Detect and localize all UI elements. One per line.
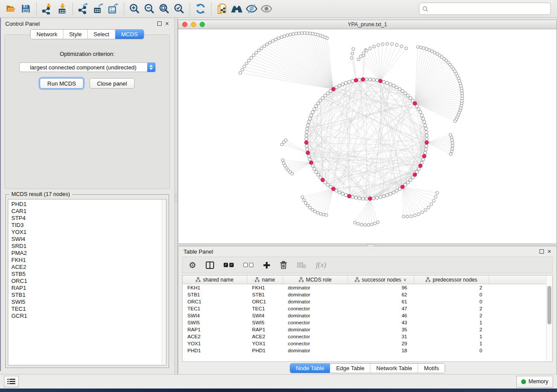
table-cell: SWI5 (183, 320, 247, 325)
save-session-button[interactable] (18, 2, 33, 16)
float-panel-button[interactable] (157, 21, 162, 26)
column-type-icon (196, 277, 201, 282)
mcds-result-item[interactable]: ACE2 (11, 264, 166, 271)
table-settings-button[interactable]: ⚙ (189, 261, 196, 269)
tab-style[interactable]: Style (63, 30, 87, 39)
mcds-result-list[interactable]: PHD1CAR1STP4TID3YOX1SWI4SRD1PMA2FKH1ACE2… (8, 199, 166, 365)
scrollbar-thumb[interactable] (547, 286, 551, 324)
import-table-icon (56, 3, 68, 14)
table-row[interactable]: SWI5SWI5connector431 (183, 319, 552, 326)
table-tabs: Node TableEdge TableNetwork TableMotifs (290, 363, 445, 373)
refresh-layout-button[interactable] (193, 2, 208, 16)
add-column-button[interactable] (263, 261, 270, 269)
maximize-window-icon[interactable] (200, 22, 205, 27)
tab-network[interactable]: Network (31, 30, 63, 39)
splitter-grip[interactable] (175, 195, 177, 202)
tab-edge-table[interactable]: Edge Table (330, 364, 370, 373)
table-row[interactable]: FKH1FKH1dominator962 (183, 284, 552, 291)
minimize-window-icon[interactable] (191, 22, 196, 27)
search-box[interactable] (419, 3, 551, 15)
horizontal-splitter[interactable] (178, 244, 557, 246)
column-header-successor-nodes[interactable]: successor nodes∨ (348, 275, 414, 284)
mcds-result-item[interactable]: TID3 (11, 222, 166, 229)
toggle-columns-button[interactable] (206, 261, 214, 269)
zoom-fit-button[interactable] (157, 2, 172, 16)
mcds-result-item[interactable]: SWI4 (11, 236, 166, 243)
splitter-grip[interactable] (367, 244, 374, 246)
mcds-result-item[interactable]: STP4 (11, 215, 166, 222)
table-cell: 1 (414, 320, 489, 325)
memory-button[interactable]: Memory (516, 376, 553, 388)
import-network-button[interactable] (40, 2, 55, 16)
float-table-panel-button[interactable] (540, 249, 544, 254)
zoom-out-button[interactable] (142, 2, 157, 16)
column-header-shared-name[interactable]: shared name (183, 275, 247, 284)
table-row[interactable]: STB1STB1dominator620 (183, 291, 552, 298)
import-table-button[interactable] (55, 2, 69, 16)
deselect-all-button[interactable] (243, 263, 253, 267)
first-neighbors-button[interactable] (229, 2, 244, 16)
close-table-panel-button[interactable]: ✕ (547, 249, 551, 254)
close-panel-button-2[interactable]: Close panel (90, 78, 135, 89)
task-history-button[interactable] (4, 376, 19, 387)
table-row[interactable]: TEC1TEC1connector472 (183, 305, 552, 312)
table-cell: ORC1 (183, 299, 247, 304)
tab-network-table[interactable]: Network Table (370, 364, 418, 373)
mcds-result-item[interactable]: RAP1 (11, 285, 166, 292)
export-network-icon (78, 3, 89, 14)
export-image-button[interactable] (106, 2, 121, 16)
table-row[interactable]: RAP1RAP1dominator352 (183, 326, 552, 333)
delete-column-button[interactable] (280, 261, 287, 269)
column-header-name[interactable]: name (247, 275, 283, 284)
tab-motifs[interactable]: Motifs (418, 364, 445, 373)
network-graph[interactable] (178, 29, 557, 244)
hide-selected-button[interactable] (244, 2, 259, 16)
table-row[interactable]: SWI4SWI4dominator462 (183, 312, 552, 319)
mcds-result-item[interactable]: PHD1 (11, 201, 166, 208)
table-cell: PHD1 (247, 348, 283, 353)
show-all-button[interactable] (259, 2, 274, 16)
mcds-list-scrollbar[interactable] (162, 200, 166, 364)
network-window-titlebar[interactable]: YPA_prune.txt_1 (178, 20, 557, 29)
mcds-result-item[interactable]: YOX1 (11, 229, 166, 236)
table-scrollbar[interactable] (546, 275, 552, 361)
tab-node-table[interactable]: Node Table (290, 364, 330, 373)
mcds-result-item[interactable]: FKH1 (11, 257, 166, 264)
search-input[interactable] (429, 6, 548, 12)
mcds-result-item[interactable]: SWI5 (11, 299, 166, 306)
column-header-MCDS-role[interactable]: MCDS role (283, 275, 348, 284)
network-from-selection-button[interactable] (214, 2, 229, 16)
mcds-result-item[interactable]: CAR1 (11, 208, 166, 215)
open-file-button[interactable] (3, 2, 18, 16)
network-canvas[interactable] (178, 29, 557, 244)
export-network-button[interactable] (76, 2, 91, 16)
mcds-result-item[interactable]: SRD1 (11, 243, 166, 250)
table-row[interactable]: ORC1ORC1dominator610 (183, 298, 552, 305)
mcds-result-item[interactable]: STB1 (11, 292, 166, 299)
mcds-result-item[interactable]: TEC1 (11, 306, 166, 313)
table-row[interactable]: YOX1YOX1connector291 (183, 340, 552, 347)
criterion-select-value: largest connected component (undirected) (20, 64, 147, 71)
close-panel-button[interactable]: ✕ (165, 21, 169, 26)
run-mcds-button[interactable]: Run MCDS (40, 78, 83, 89)
table-cell: TEC1 (247, 306, 283, 311)
export-table-button[interactable] (91, 2, 106, 16)
zoom-selected-button[interactable] (172, 2, 187, 16)
vertical-splitter[interactable] (174, 18, 178, 374)
close-window-icon[interactable] (182, 22, 187, 27)
criterion-select[interactable]: largest connected component (undirected) (19, 62, 156, 72)
select-all-button[interactable]: ✓✓ (224, 263, 234, 267)
mcds-result-item[interactable]: GCR1 (11, 313, 166, 320)
table-cell: 0 (414, 292, 489, 297)
column-header-predecessor-nodes[interactable]: predecessor nodes (414, 275, 489, 284)
zoom-in-button[interactable] (127, 2, 142, 16)
table-row[interactable]: PHD1PHD1dominator180 (183, 347, 552, 354)
tab-mcds[interactable]: MCDS (115, 30, 143, 39)
tab-select[interactable]: Select (87, 30, 115, 39)
table-row[interactable]: ACE2ACE2connector311 (183, 333, 552, 340)
list-icon (7, 378, 15, 385)
search-icon (422, 6, 429, 12)
mcds-result-item[interactable]: STB5 (11, 271, 166, 278)
mcds-result-item[interactable]: ORC1 (11, 278, 166, 285)
mcds-result-item[interactable]: PMA2 (11, 250, 166, 257)
